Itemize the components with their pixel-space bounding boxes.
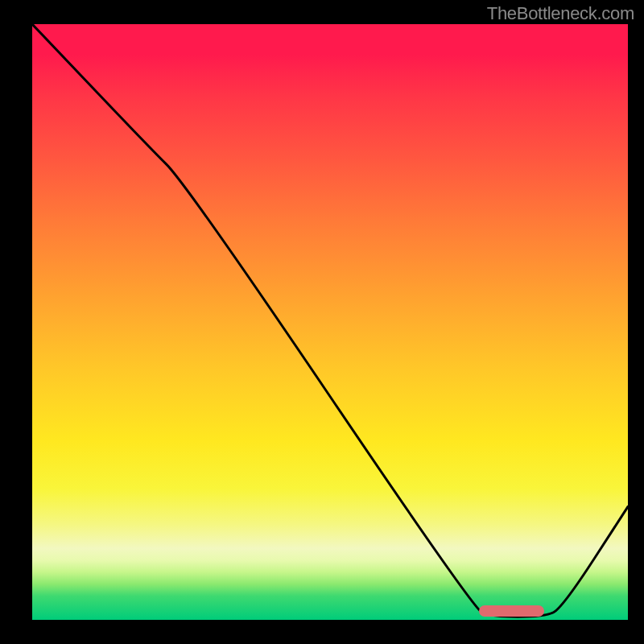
bottleneck-curve xyxy=(32,24,628,617)
x-axis-area xyxy=(0,620,644,644)
y-axis-area xyxy=(0,0,32,644)
optimal-range-marker xyxy=(479,605,544,617)
curve-layer xyxy=(32,24,628,620)
watermark-text: TheBottleneck.com xyxy=(487,3,634,24)
chart-container: TheBottleneck.com xyxy=(0,0,644,644)
